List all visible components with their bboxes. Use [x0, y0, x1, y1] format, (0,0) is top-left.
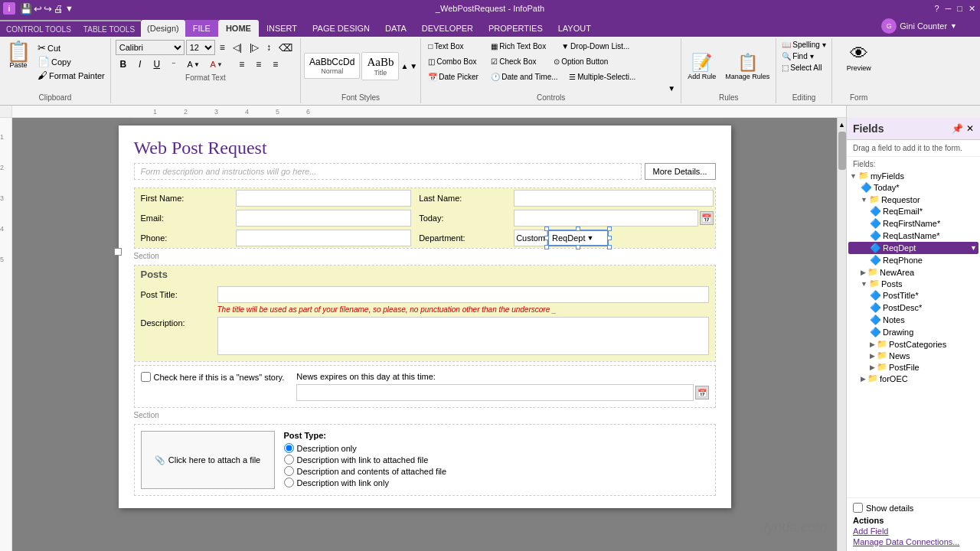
cut-button[interactable]: ✂ Cut [35, 41, 107, 54]
styles-scroll-down[interactable]: ▼ [410, 62, 417, 70]
indent-decrease-btn[interactable]: ◁| [230, 41, 245, 54]
dept-handle-mr[interactable] [607, 236, 612, 240]
styles-scroll-up[interactable]: ▲ [400, 62, 408, 70]
manage-rules-btn[interactable]: 📋 Manage Rules [722, 51, 773, 82]
tree-item-newarea[interactable]: ▶ 📁 NewArea [848, 266, 978, 278]
tree-item-today[interactable]: 🔷 Today* [848, 181, 978, 194]
news-expand-icon[interactable]: ▶ [870, 352, 875, 360]
foroec-expand-icon[interactable]: ▶ [861, 375, 866, 383]
spelling-btn[interactable]: 📖 Spelling ▾ [779, 40, 828, 50]
qat-redo[interactable]: ↪ [44, 3, 52, 15]
post-type-radio-3[interactable] [284, 478, 294, 487]
tree-item-postcategories[interactable]: ▶ 📁 PostCategories [848, 338, 978, 350]
paste-button[interactable]: 📋 Paste [3, 40, 34, 70]
date-picker-btn[interactable]: 📅 Date Picker [424, 70, 485, 83]
canvas-selection-handle[interactable] [114, 248, 122, 256]
qat-print[interactable]: 🖨 [54, 3, 64, 15]
tree-item-postfile[interactable]: ▶ 📁 PostFile [848, 361, 978, 373]
minimize-btn[interactable]: ─ [946, 4, 952, 14]
today-input[interactable] [514, 210, 697, 227]
multiple-select-btn[interactable]: ☰ Multiple-Selecti... [565, 70, 639, 83]
tab-page-design[interactable]: PAGE DESIGN [305, 20, 377, 37]
tree-item-postdesc[interactable]: 🔷 PostDesc* [848, 302, 978, 314]
style-normal[interactable]: AaBbCcDd Normal [304, 53, 360, 79]
highlight-btn[interactable]: A▼ [183, 57, 204, 72]
qat-undo[interactable]: ↩ [34, 3, 42, 15]
underline-btn[interactable]: U [149, 57, 165, 72]
tab-file[interactable]: FILE [185, 20, 218, 37]
user-name[interactable]: Gini Counter [900, 21, 947, 31]
tab-control-tools[interactable]: CONTROL TOOLS [0, 20, 77, 37]
dept-handle-bl[interactable] [544, 245, 549, 249]
tab-developer[interactable]: DEVELOPER [414, 20, 481, 37]
drop-down-btn[interactable]: ▼ Drop-Down List... [557, 40, 634, 54]
postfile-expand-icon[interactable]: ▶ [870, 364, 875, 371]
dept-handle-br[interactable] [607, 245, 612, 249]
post-type-radio-0[interactable] [284, 443, 294, 453]
select-all-btn[interactable]: ⬚ Select All [779, 63, 828, 73]
tab-layout[interactable]: LAYOUT [550, 20, 599, 37]
preview-btn[interactable]: 👁 Preview [844, 40, 874, 93]
first-name-input[interactable] [236, 190, 412, 207]
tab-home[interactable]: HOME [218, 20, 259, 37]
font-size-select[interactable]: 12 [186, 40, 215, 55]
font-name-select[interactable]: Calibri [116, 40, 185, 55]
dept-handle-bm[interactable] [576, 245, 580, 249]
post-type-radio-1[interactable] [284, 455, 294, 465]
maximize-btn[interactable]: □ [957, 4, 962, 14]
email-input[interactable] [236, 210, 412, 227]
post-type-radio-2[interactable] [284, 466, 294, 476]
news-checkbox[interactable] [141, 372, 151, 382]
bold-btn[interactable]: B [116, 57, 131, 72]
copy-button[interactable]: 📄 Copy [35, 55, 107, 68]
phone-input[interactable] [236, 230, 412, 246]
line-spacing-btn[interactable]: ↕ [263, 41, 274, 54]
more-details-btn[interactable]: More Details... [645, 163, 716, 180]
add-field-link[interactable]: Add Field [853, 527, 974, 536]
tab-data[interactable]: DATA [377, 20, 414, 37]
newarea-expand-icon[interactable]: ▶ [861, 269, 866, 276]
tree-item-drawing[interactable]: 🔷 Drawing [848, 326, 978, 338]
tree-item-reqdept[interactable]: 🔷 ReqDept ▼ [848, 242, 978, 254]
italic-btn[interactable]: I [132, 57, 148, 72]
format-painter-button[interactable]: 🖌 Format Painter [35, 69, 107, 82]
tree-item-reqfirstname[interactable]: 🔷 ReqFirstName* [848, 217, 978, 230]
align-right-btn[interactable]: ≡ [268, 57, 283, 72]
indent-increase-btn[interactable]: |▷ [247, 41, 262, 54]
qat-customize[interactable]: ▼ [65, 4, 74, 13]
dept-dropdown-control[interactable]: ReqDept ▼ [547, 230, 609, 246]
tab-design[interactable]: (Design) [141, 20, 185, 37]
tab-properties[interactable]: PROPERTIES [481, 20, 550, 37]
tree-item-foroec[interactable]: ▶ 📁 forOEC [848, 373, 978, 384]
attach-file-btn[interactable]: 📎 Click here to attach a file [141, 431, 275, 489]
requestor-expand-icon[interactable]: ▼ [861, 196, 867, 204]
tree-item-posts[interactable]: ▼ 📁 Posts [848, 278, 978, 289]
postcategories-expand-icon[interactable]: ▶ [870, 341, 875, 348]
tree-item-reqemail[interactable]: 🔷 ReqEmail* [848, 205, 978, 217]
reqdept-dropdown-arrow[interactable]: ▼ [970, 244, 977, 252]
tab-table-tools[interactable]: TABLE TOOLS [77, 20, 141, 37]
dept-handle-ml[interactable] [544, 236, 549, 240]
tree-item-posttitle[interactable]: 🔷 PostTitle* [848, 289, 978, 302]
tree-item-reqlastname[interactable]: 🔷 ReqLastName* [848, 230, 978, 242]
find-btn[interactable]: 🔍 Find ▾ [779, 51, 828, 61]
option-btn-btn[interactable]: ⊙ Option Button [550, 55, 619, 69]
dept-handle-tr[interactable] [607, 227, 612, 231]
dept-handle-tl[interactable] [544, 227, 549, 231]
myfields-expand-icon[interactable]: ▼ [850, 172, 857, 180]
news-expires-input[interactable] [296, 384, 693, 401]
tree-item-news[interactable]: ▶ 📁 News [848, 350, 978, 361]
fields-pin-btn[interactable]: 📌 [952, 123, 963, 134]
align-left-btn[interactable]: ≡ [234, 57, 250, 72]
rich-text-box-btn[interactable]: ▦ Rich Text Box [487, 40, 556, 54]
font-color-btn[interactable]: A▼ [206, 57, 227, 72]
align-center-btn[interactable]: ≡ [251, 57, 266, 72]
combo-box-btn[interactable]: ◫ Combo Box [424, 55, 485, 69]
user-dropdown-icon[interactable]: ▼ [950, 22, 957, 30]
controls-expand-btn[interactable]: ▼ [665, 83, 678, 93]
strikethrough-btn[interactable]: ⁻ [166, 57, 181, 72]
clear-format-btn[interactable]: ⌫ [276, 41, 296, 55]
tab-insert[interactable]: INSERT [259, 20, 305, 37]
news-calendar-icon[interactable]: 📅 [695, 386, 709, 399]
date-time-btn[interactable]: 🕐 Date and Time... [487, 70, 564, 83]
